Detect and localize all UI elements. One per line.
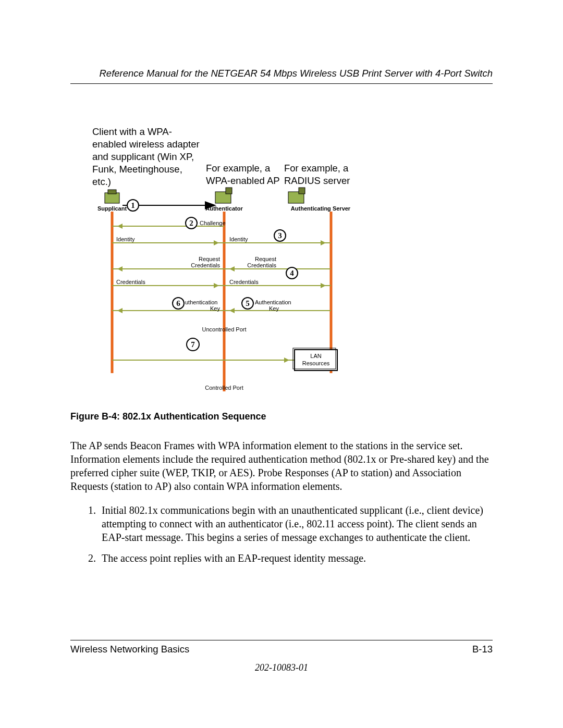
txt-key-r: Key [269,305,279,312]
txt-credentials-l: Credentials [116,279,145,285]
svg-rect-4 [108,190,116,194]
footer-docnum: 202-10083-01 [70,662,493,673]
txt-controlled: Controlled Port [205,385,243,391]
svg-marker-21 [117,266,123,272]
num-7: 7 [191,340,195,349]
txt-credentials-r: Credentials [229,279,259,285]
supplicant-icon [105,190,119,203]
txt-req-r: Request [255,256,276,262]
txt-challenge: Challenge [200,220,226,226]
txt-req-l: Request [199,256,220,262]
svg-rect-6 [226,188,232,194]
svg-marker-33 [229,308,235,313]
body-paragraph: The AP sends Beacon Frames with WPA info… [70,439,493,493]
authserver-icon [288,188,305,203]
auth-sequence-diagram: Supplicant Authenticator Authenticating … [91,180,357,397]
txt-key-l: Key [210,305,220,312]
svg-rect-8 [299,188,305,194]
num-5: 5 [246,299,250,307]
txt-cred-r: Credentials [247,262,276,268]
txt-resources: Resources [302,360,330,366]
svg-marker-13 [117,224,123,229]
footer-page: B-13 [472,644,493,655]
footer-section: Wireless Networking Basics [70,644,189,655]
svg-marker-18 [321,240,326,245]
label-client: Client with a WPA-enabled wireless adapt… [92,126,202,188]
txt-cred-l: Credentials [191,262,220,268]
svg-marker-23 [229,266,235,272]
txt-authkey: Authentication [255,299,291,305]
steps-list: Initial 802.1x communications begin with… [70,503,493,565]
txt-lan: LAN [310,353,321,359]
txt-identity-r: Identity [229,236,248,242]
txt-uthkey: uthentication [185,299,217,305]
txt-uncontrolled: Uncontrolled Port [202,326,247,332]
num-4: 4 [290,269,294,277]
svg-marker-37 [284,357,289,363]
num-6: 6 [176,299,180,307]
svg-marker-30 [117,308,123,313]
header-rule [70,83,493,84]
authenticator-icon [215,188,232,203]
txt-supplicant: Supplicant [97,205,127,212]
diagram-labels: Client with a WPA-enabled wireless adapt… [70,126,493,180]
footer-rule [70,640,493,640]
svg-marker-26 [214,283,219,288]
figure-caption: Figure B-4: 802.1x Authentication Sequen… [70,411,493,422]
svg-rect-3 [105,193,119,203]
svg-marker-16 [214,240,219,245]
num-1: 1 [131,201,135,209]
svg-marker-28 [321,283,326,288]
step-1: Initial 802.1x communications begin with… [99,503,493,544]
step-2: The access point replies with an EAP-req… [99,551,493,565]
page-footer: Wireless Networking Basics B-13 202-1008… [70,640,493,673]
num-2: 2 [189,219,193,227]
header-title: Reference Manual for the NETGEAR 54 Mbps… [70,68,493,79]
txt-identity-l: Identity [116,236,135,242]
page: Reference Manual for the NETGEAR 54 Mbps… [0,0,563,728]
num-3: 3 [278,231,282,240]
txt-authserver: Authenticating Server [291,205,351,212]
diagram-svg: Supplicant Authenticator Authenticating … [91,180,357,397]
